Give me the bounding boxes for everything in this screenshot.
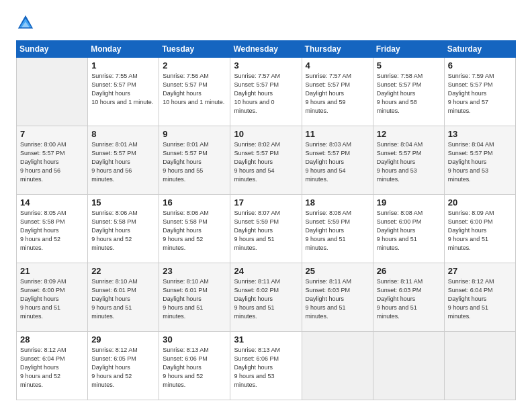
day-info: Sunrise: 7:57 AM Sunset: 5:57 PM Dayligh… bbox=[306, 72, 369, 116]
day-info: Sunrise: 8:03 AM Sunset: 5:57 PM Dayligh… bbox=[306, 140, 369, 184]
calendar-cell: 10 Sunrise: 8:02 AM Sunset: 5:57 PM Dayl… bbox=[230, 126, 302, 195]
day-info: Sunrise: 8:04 AM Sunset: 5:57 PM Dayligh… bbox=[377, 140, 441, 184]
calendar-cell: 25 Sunrise: 8:11 AM Sunset: 6:03 PM Dayl… bbox=[302, 263, 373, 332]
calendar-cell: 13 Sunrise: 8:04 AM Sunset: 5:57 PM Dayl… bbox=[444, 126, 515, 195]
logo-icon bbox=[16, 13, 35, 32]
weekday-wednesday: Wednesday bbox=[230, 41, 302, 58]
day-info: Sunrise: 8:13 AM Sunset: 6:06 PM Dayligh… bbox=[234, 346, 298, 390]
calendar-cell: 26 Sunrise: 8:11 AM Sunset: 6:03 PM Dayl… bbox=[373, 263, 444, 332]
day-info: Sunrise: 8:09 AM Sunset: 6:00 PM Dayligh… bbox=[20, 277, 84, 321]
day-number: 15 bbox=[91, 197, 155, 208]
weekday-saturday: Saturday bbox=[444, 41, 515, 58]
calendar-cell: 29 Sunrise: 8:12 AM Sunset: 6:05 PM Dayl… bbox=[88, 332, 159, 400]
day-info: Sunrise: 8:05 AM Sunset: 5:58 PM Dayligh… bbox=[20, 209, 84, 253]
day-info: Sunrise: 8:06 AM Sunset: 5:58 PM Dayligh… bbox=[163, 209, 226, 253]
calendar-week-3: 14 Sunrise: 8:05 AM Sunset: 5:58 PM Dayl… bbox=[17, 195, 516, 263]
day-number: 14 bbox=[20, 197, 84, 208]
day-info: Sunrise: 8:10 AM Sunset: 6:01 PM Dayligh… bbox=[91, 277, 155, 321]
day-info: Sunrise: 8:13 AM Sunset: 6:06 PM Dayligh… bbox=[163, 346, 226, 390]
day-number: 9 bbox=[163, 129, 226, 139]
page: Sunday Monday Tuesday Wednesday Thursday… bbox=[0, 0, 532, 411]
day-info: Sunrise: 7:59 AM Sunset: 5:57 PM Dayligh… bbox=[448, 72, 512, 116]
day-info: Sunrise: 8:12 AM Sunset: 6:05 PM Dayligh… bbox=[91, 346, 155, 390]
day-info: Sunrise: 8:07 AM Sunset: 5:59 PM Dayligh… bbox=[234, 209, 298, 253]
calendar-table: Sunday Monday Tuesday Wednesday Thursday… bbox=[16, 40, 516, 400]
calendar-cell: 4 Sunrise: 7:57 AM Sunset: 5:57 PM Dayli… bbox=[302, 58, 373, 126]
calendar-cell: 9 Sunrise: 8:01 AM Sunset: 5:57 PM Dayli… bbox=[159, 126, 230, 195]
day-number: 12 bbox=[377, 129, 441, 139]
day-info: Sunrise: 8:11 AM Sunset: 6:03 PM Dayligh… bbox=[306, 277, 369, 321]
calendar-cell: 1 Sunrise: 7:55 AM Sunset: 5:57 PM Dayli… bbox=[88, 58, 159, 126]
day-number: 6 bbox=[448, 60, 512, 71]
day-info: Sunrise: 8:09 AM Sunset: 6:00 PM Dayligh… bbox=[448, 209, 512, 253]
day-number: 1 bbox=[91, 60, 155, 71]
day-number: 31 bbox=[234, 334, 298, 345]
day-info: Sunrise: 8:12 AM Sunset: 6:04 PM Dayligh… bbox=[20, 346, 84, 390]
calendar-week-1: 1 Sunrise: 7:55 AM Sunset: 5:57 PM Dayli… bbox=[17, 58, 516, 126]
calendar-cell: 16 Sunrise: 8:06 AM Sunset: 5:58 PM Dayl… bbox=[159, 195, 230, 263]
calendar-week-4: 21 Sunrise: 8:09 AM Sunset: 6:00 PM Dayl… bbox=[17, 263, 516, 332]
day-number: 2 bbox=[163, 60, 226, 71]
day-number: 19 bbox=[377, 197, 441, 208]
day-number: 25 bbox=[306, 266, 369, 276]
calendar-cell: 15 Sunrise: 8:06 AM Sunset: 5:58 PM Dayl… bbox=[88, 195, 159, 263]
weekday-sunday: Sunday bbox=[17, 41, 88, 58]
day-info: Sunrise: 8:01 AM Sunset: 5:57 PM Dayligh… bbox=[163, 140, 226, 184]
day-number: 29 bbox=[91, 334, 155, 345]
day-number: 4 bbox=[306, 60, 369, 71]
calendar-cell: 14 Sunrise: 8:05 AM Sunset: 5:58 PM Dayl… bbox=[17, 195, 88, 263]
day-number: 5 bbox=[377, 60, 441, 71]
day-info: Sunrise: 8:00 AM Sunset: 5:57 PM Dayligh… bbox=[20, 140, 84, 184]
calendar-cell: 8 Sunrise: 8:01 AM Sunset: 5:57 PM Dayli… bbox=[88, 126, 159, 195]
calendar-cell bbox=[17, 58, 88, 126]
day-info: Sunrise: 8:12 AM Sunset: 6:04 PM Dayligh… bbox=[448, 277, 512, 321]
calendar-cell: 12 Sunrise: 8:04 AM Sunset: 5:57 PM Dayl… bbox=[373, 126, 444, 195]
day-info: Sunrise: 7:56 AM Sunset: 5:57 PM Dayligh… bbox=[163, 72, 226, 107]
calendar-cell: 28 Sunrise: 8:12 AM Sunset: 6:04 PM Dayl… bbox=[17, 332, 88, 400]
day-info: Sunrise: 7:55 AM Sunset: 5:57 PM Dayligh… bbox=[91, 72, 155, 107]
day-number: 7 bbox=[20, 129, 84, 139]
calendar-cell: 20 Sunrise: 8:09 AM Sunset: 6:00 PM Dayl… bbox=[444, 195, 515, 263]
calendar-cell: 23 Sunrise: 8:10 AM Sunset: 6:01 PM Dayl… bbox=[159, 263, 230, 332]
day-info: Sunrise: 8:11 AM Sunset: 6:02 PM Dayligh… bbox=[234, 277, 298, 321]
day-info: Sunrise: 8:11 AM Sunset: 6:03 PM Dayligh… bbox=[377, 277, 441, 321]
calendar-cell: 3 Sunrise: 7:57 AM Sunset: 5:57 PM Dayli… bbox=[230, 58, 302, 126]
weekday-thursday: Thursday bbox=[302, 41, 373, 58]
calendar-cell: 30 Sunrise: 8:13 AM Sunset: 6:06 PM Dayl… bbox=[159, 332, 230, 400]
calendar-cell: 19 Sunrise: 8:08 AM Sunset: 6:00 PM Dayl… bbox=[373, 195, 444, 263]
calendar-week-2: 7 Sunrise: 8:00 AM Sunset: 5:57 PM Dayli… bbox=[17, 126, 516, 195]
day-info: Sunrise: 7:57 AM Sunset: 5:57 PM Dayligh… bbox=[234, 72, 298, 116]
calendar-cell: 6 Sunrise: 7:59 AM Sunset: 5:57 PM Dayli… bbox=[444, 58, 515, 126]
day-number: 18 bbox=[306, 197, 369, 208]
day-number: 8 bbox=[91, 129, 155, 139]
day-number: 23 bbox=[163, 266, 226, 276]
day-number: 11 bbox=[306, 129, 369, 139]
day-number: 27 bbox=[448, 266, 512, 276]
day-number: 13 bbox=[448, 129, 512, 139]
calendar-cell: 11 Sunrise: 8:03 AM Sunset: 5:57 PM Dayl… bbox=[302, 126, 373, 195]
calendar-cell: 22 Sunrise: 8:10 AM Sunset: 6:01 PM Dayl… bbox=[88, 263, 159, 332]
calendar-cell: 2 Sunrise: 7:56 AM Sunset: 5:57 PM Dayli… bbox=[159, 58, 230, 126]
weekday-monday: Monday bbox=[88, 41, 159, 58]
calendar-cell: 5 Sunrise: 7:58 AM Sunset: 5:57 PM Dayli… bbox=[373, 58, 444, 126]
day-info: Sunrise: 8:08 AM Sunset: 5:59 PM Dayligh… bbox=[306, 209, 369, 253]
weekday-friday: Friday bbox=[373, 41, 444, 58]
day-info: Sunrise: 7:58 AM Sunset: 5:57 PM Dayligh… bbox=[377, 72, 441, 116]
calendar-cell bbox=[302, 332, 373, 400]
day-number: 28 bbox=[20, 334, 84, 345]
calendar-header: Sunday Monday Tuesday Wednesday Thursday… bbox=[17, 41, 516, 58]
day-info: Sunrise: 8:08 AM Sunset: 6:00 PM Dayligh… bbox=[377, 209, 441, 253]
calendar-cell: 27 Sunrise: 8:12 AM Sunset: 6:04 PM Dayl… bbox=[444, 263, 515, 332]
day-number: 24 bbox=[234, 266, 298, 276]
day-number: 16 bbox=[163, 197, 226, 208]
calendar-cell: 7 Sunrise: 8:00 AM Sunset: 5:57 PM Dayli… bbox=[17, 126, 88, 195]
calendar-body: 1 Sunrise: 7:55 AM Sunset: 5:57 PM Dayli… bbox=[17, 58, 516, 400]
header bbox=[16, 13, 516, 32]
day-number: 21 bbox=[20, 266, 84, 276]
day-info: Sunrise: 8:01 AM Sunset: 5:57 PM Dayligh… bbox=[91, 140, 155, 184]
day-info: Sunrise: 8:02 AM Sunset: 5:57 PM Dayligh… bbox=[234, 140, 298, 184]
calendar-cell: 18 Sunrise: 8:08 AM Sunset: 5:59 PM Dayl… bbox=[302, 195, 373, 263]
weekday-row: Sunday Monday Tuesday Wednesday Thursday… bbox=[17, 41, 516, 58]
calendar-cell bbox=[373, 332, 444, 400]
day-number: 26 bbox=[377, 266, 441, 276]
